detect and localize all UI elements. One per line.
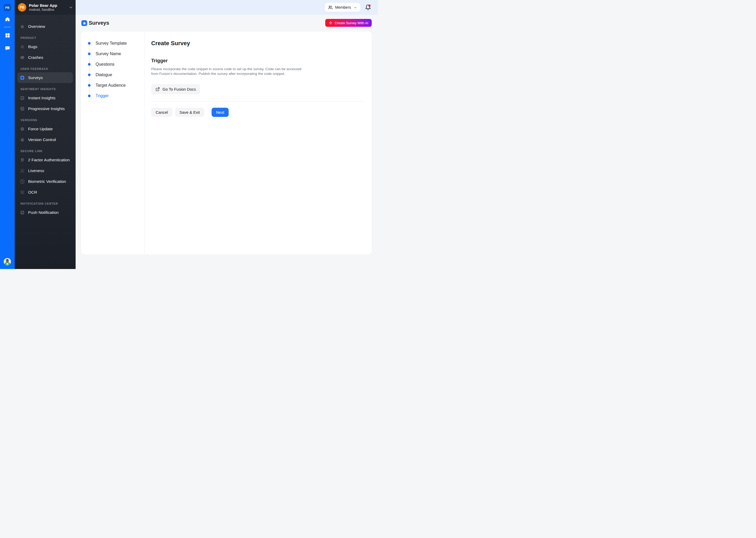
step-target-audience[interactable]: Target Audience [81, 80, 144, 91]
members-button[interactable]: Members [325, 3, 360, 12]
rail-divider [4, 27, 11, 27]
sidebar-item-label: OCR [28, 190, 37, 195]
chat-icon[interactable] [0, 45, 15, 51]
section-title-versions: VERSIONS [21, 119, 72, 122]
sidebar-item-surveys[interactable]: Surveys [17, 72, 73, 83]
sidebar-item-label: Instant Insights [28, 96, 55, 100]
sidebar-item-label: 2 Factor Authentication [28, 158, 70, 162]
sidebar-item-bugs[interactable]: Bugs [17, 41, 73, 52]
face-scan-icon [20, 168, 25, 173]
sidebar-item-label: Overview [28, 24, 45, 29]
step-questions[interactable]: Questions [81, 59, 144, 70]
sidebar-item-2fa[interactable]: 2 Factor Authentication [17, 154, 73, 165]
surveys-star-icon [81, 20, 87, 26]
sidebar-item-biometric-verification[interactable]: Biometric Verification [17, 176, 73, 187]
sidebar-item-ocr[interactable]: OCR [17, 187, 73, 197]
apps-grid-icon[interactable] [0, 32, 15, 38]
wizard-actions: Cancel Save & Exit Next [151, 108, 365, 117]
force-update-icon [20, 127, 25, 131]
step-dialogue[interactable]: Dialogue [81, 70, 144, 80]
sidebar-nav: Overview PRODUCT Bugs Crashes USER FEEDB… [15, 15, 75, 218]
cube-icon [20, 137, 25, 142]
members-label: Members [335, 5, 351, 10]
app-switcher[interactable]: PB Polar Bear App Android, SandBox [15, 0, 75, 15]
step-dot [88, 74, 91, 76]
sidebar-item-label: Force Update [28, 127, 53, 131]
cancel-button[interactable]: Cancel [151, 108, 172, 117]
icon-rail: PB [0, 0, 15, 269]
page-title: Surveys [89, 20, 109, 26]
sidebar-item-instant-insights[interactable]: Instant Insights [17, 92, 73, 103]
app-avatar: PB [18, 3, 26, 12]
sidebar-item-overview[interactable]: Overview [17, 21, 73, 32]
surveys-icon [20, 76, 25, 80]
sidebar-item-crashes[interactable]: Crashes [17, 52, 73, 63]
step-survey-name[interactable]: Survey Name [81, 49, 144, 59]
section-title-product: PRODUCT [21, 36, 72, 39]
step-dot [88, 63, 91, 66]
sidebar-item-liveness[interactable]: Liveness [17, 165, 73, 176]
link-icon [20, 106, 25, 111]
home-icon[interactable] [0, 17, 15, 22]
notifications-button[interactable] [365, 4, 371, 11]
section-divider [151, 101, 365, 101]
sidebar-item-label: Bugs [28, 44, 37, 49]
chevron-down-icon [69, 5, 73, 10]
sidebar-item-label: Surveys [28, 76, 43, 80]
card-scan-icon [20, 190, 25, 195]
section-title-sentiment-insights: SENTIMENT INSIGHTS [21, 87, 72, 91]
workspace-badge[interactable]: PB [4, 4, 11, 11]
step-dot [88, 53, 91, 55]
app-name: Polar Bear App [29, 3, 69, 8]
external-link-icon [155, 87, 160, 91]
go-to-fusion-docs-label: Go To Fusion Docs [163, 87, 196, 91]
step-dot [88, 94, 91, 97]
sidebar-item-version-control[interactable]: Version Control [17, 134, 73, 145]
next-button[interactable]: Next [212, 108, 229, 117]
sidebar-item-label: Biometric Verification [28, 179, 66, 184]
bug-icon [20, 44, 25, 49]
heart-icon [20, 96, 25, 100]
sidebar-item-label: Progressive Insights [28, 106, 65, 111]
trigger-section-title: Trigger [151, 58, 365, 64]
bell-icon [365, 4, 371, 11]
wizard-steps: Survey Template Survey Name Questions Di… [81, 31, 145, 254]
sidebar-item-force-update[interactable]: Force Update [17, 124, 73, 134]
sidebar: PB Polar Bear App Android, SandBox Overv… [15, 0, 75, 269]
members-icon [328, 5, 333, 10]
sidebar-item-label: Crashes [28, 55, 43, 60]
fingerprint-icon [20, 179, 25, 184]
section-title-notification-center: NOTIFICATION CENTER [21, 202, 72, 205]
sidebar-item-label: Liveness [28, 168, 44, 173]
topbar: Members [75, 0, 378, 15]
unread-dot [368, 4, 371, 7]
step-dot [88, 84, 91, 87]
sparkle-icon [329, 21, 333, 25]
app-subtitle: Android, SandBox [29, 8, 69, 12]
sidebar-item-label: Push Notification [28, 210, 59, 215]
create-survey-ai-label: Create Survey With AI [335, 21, 368, 25]
wizard-heading: Create Survey [151, 40, 365, 47]
save-exit-button[interactable]: Save & Exit [175, 108, 205, 117]
overview-icon [20, 24, 25, 29]
create-survey-card: Survey Template Survey Name Questions Di… [81, 31, 372, 254]
app-window: PB PB Polar Bear App Android, SandBox [0, 0, 378, 269]
wizard-content: Create Survey Trigger Please incorporate… [145, 31, 372, 254]
section-title-user-feedback: USER FEEDBACK [21, 67, 72, 71]
step-survey-template[interactable]: Survey Template [81, 38, 144, 49]
shield-lock-icon [20, 158, 25, 162]
trigger-description: Please incorporate the code snippet in s… [151, 67, 307, 76]
step-trigger[interactable]: Trigger [81, 91, 144, 101]
go-to-fusion-docs-button[interactable]: Go To Fusion Docs [151, 84, 200, 94]
push-bell-icon [20, 210, 25, 215]
crashes-icon [20, 55, 25, 60]
section-title-secure-link: SECURE LINK [21, 149, 72, 153]
page-header: Surveys Create Survey With AI [75, 15, 378, 31]
step-dot [88, 42, 91, 45]
sidebar-item-label: Version Control [28, 137, 56, 142]
create-survey-ai-button[interactable]: Create Survey With AI [325, 19, 372, 27]
sidebar-item-push-notification[interactable]: Push Notification [17, 207, 73, 218]
user-avatar[interactable] [4, 258, 11, 265]
chevron-down-icon [353, 6, 357, 10]
sidebar-item-progressive-insights[interactable]: Progressive Insights [17, 103, 73, 114]
